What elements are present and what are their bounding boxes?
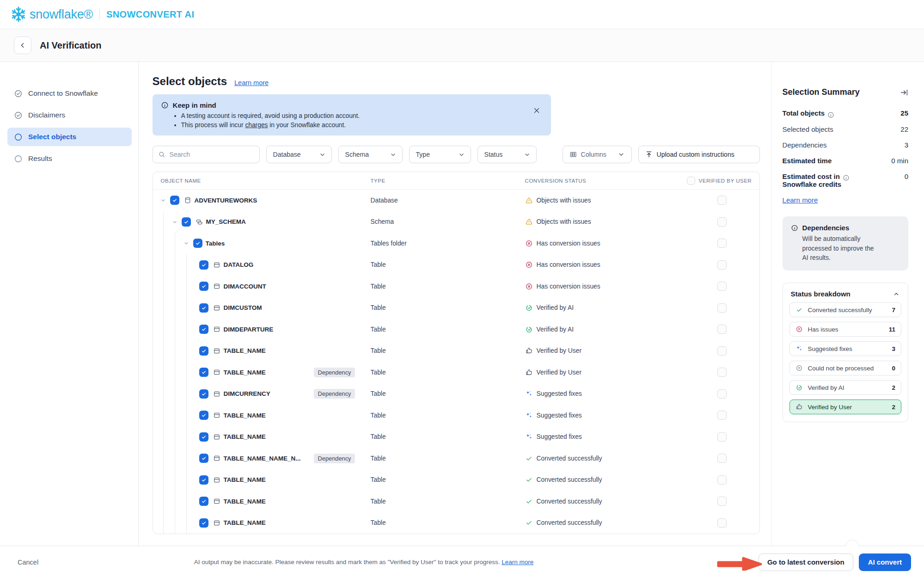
close-icon[interactable] bbox=[532, 106, 541, 115]
conversion-status: Objects with issues bbox=[523, 218, 685, 226]
verified-by-user-checkbox[interactable] bbox=[717, 389, 727, 399]
table-row[interactable]: ADVENTUREWORKS Database Objects with iss… bbox=[153, 190, 759, 211]
verified-by-user-checkbox[interactable] bbox=[717, 368, 727, 377]
row-checkbox[interactable] bbox=[199, 368, 208, 377]
collapse-panel-icon[interactable] bbox=[900, 88, 908, 97]
status-label: Suggested fixes bbox=[537, 390, 582, 397]
tree-expand-icon[interactable] bbox=[160, 197, 166, 203]
verified-by-user-checkbox[interactable] bbox=[717, 325, 727, 334]
verified-by-user-checkbox[interactable] bbox=[717, 475, 727, 485]
object-type-icon bbox=[213, 390, 220, 398]
tree-indent-guide bbox=[175, 491, 175, 512]
object-name: DIMCUSTOM bbox=[224, 304, 262, 311]
row-checkbox[interactable] bbox=[199, 389, 208, 399]
sidebar-item-disclaimers[interactable]: Disclaimers bbox=[7, 106, 132, 124]
verified-by-user-checkbox[interactable] bbox=[717, 518, 727, 528]
tree-expand-icon[interactable] bbox=[171, 219, 178, 225]
row-checkbox[interactable] bbox=[199, 497, 208, 506]
table-row[interactable]: DIMDEPARTURE Table Verified by AI bbox=[153, 319, 759, 340]
table-row[interactable]: TABLE_NAME Table Converted successfully bbox=[153, 491, 759, 512]
verified-by-user-checkbox[interactable] bbox=[717, 260, 727, 270]
status-breakdown-item-verified-ai[interactable]: Verified by AI 2 bbox=[789, 380, 901, 395]
filter-dropdown-status[interactable]: Status bbox=[477, 146, 537, 163]
learn-more-link[interactable]: Learn more bbox=[234, 79, 269, 86]
table-row[interactable]: MY_SCHEMA Schema Objects with issues bbox=[153, 211, 759, 233]
verified-by-user-checkbox[interactable] bbox=[717, 217, 727, 227]
verified-by-user-checkbox[interactable] bbox=[717, 411, 727, 420]
search-icon bbox=[158, 151, 165, 158]
disclaimer-learn-more-link[interactable]: Learn more bbox=[502, 559, 533, 566]
row-checkbox[interactable] bbox=[199, 260, 208, 270]
snowflake-wordmark: snowflake® bbox=[30, 7, 93, 22]
table-row[interactable]: DIMACCOUNT Table Has conversion issues bbox=[153, 276, 759, 297]
chevron-up-icon[interactable] bbox=[893, 290, 900, 298]
verified-by-user-checkbox[interactable] bbox=[717, 432, 727, 442]
table-row[interactable]: TABLE_NAME Table Suggested fixes bbox=[153, 426, 759, 448]
object-type-icon bbox=[213, 283, 220, 290]
verified-by-user-checkbox[interactable] bbox=[717, 196, 727, 205]
search-input[interactable] bbox=[153, 146, 260, 163]
status-breakdown-item-verified-user[interactable]: Verified by User 2 bbox=[789, 400, 901, 414]
status-breakdown-item-suggested[interactable]: Suggested fixes 3 bbox=[789, 341, 901, 356]
table-row[interactable]: DIMCUSTOM Table Verified by AI bbox=[153, 297, 759, 319]
table-row[interactable]: TABLE_NAME Table Suggested fixes bbox=[153, 405, 759, 426]
verified-header-checkbox[interactable] bbox=[687, 177, 695, 185]
row-checkbox[interactable] bbox=[199, 303, 208, 313]
status-breakdown-item-couldnot[interactable]: Could not be processed 0 bbox=[789, 361, 901, 375]
row-checkbox[interactable] bbox=[170, 196, 179, 205]
row-checkbox[interactable] bbox=[199, 282, 208, 291]
row-checkbox[interactable] bbox=[182, 217, 191, 227]
row-checkbox[interactable] bbox=[199, 518, 208, 528]
ai-convert-button[interactable]: AI convert bbox=[859, 553, 911, 571]
object-type: Table bbox=[368, 347, 523, 354]
table-row[interactable]: TABLE_NAME_NAME_N... Dependency Table Co… bbox=[153, 448, 759, 469]
row-checkbox[interactable] bbox=[199, 454, 208, 463]
filter-dropdown-database[interactable]: Database bbox=[266, 146, 332, 163]
row-checkbox[interactable] bbox=[199, 432, 208, 442]
row-checkbox[interactable] bbox=[199, 475, 208, 485]
row-checkbox[interactable] bbox=[193, 239, 202, 248]
filter-dropdown-type[interactable]: Type bbox=[409, 146, 471, 163]
tree-indent-guide bbox=[163, 276, 164, 297]
info-icon[interactable] bbox=[827, 111, 834, 118]
tree-indent-guide bbox=[186, 448, 187, 469]
verified-by-user-checkbox[interactable] bbox=[717, 346, 727, 356]
columns-button[interactable]: Columns bbox=[563, 146, 632, 163]
table-row[interactable]: DIMCURRENCY Dependency Table Suggested f… bbox=[153, 383, 759, 405]
table-row[interactable]: TABLE_NAME Dependency Table Verified by … bbox=[153, 362, 759, 383]
table-row[interactable]: TABLE_NAME Table Verified by User bbox=[153, 340, 759, 362]
verified-by-user-checkbox[interactable] bbox=[717, 497, 727, 506]
summary-learn-more-link[interactable]: Learn more bbox=[783, 196, 818, 204]
sidebar-item-results[interactable]: Results bbox=[7, 149, 132, 168]
status-breakdown-item-success[interactable]: Converted successfully 7 bbox=[789, 302, 901, 317]
verified-by-user-checkbox[interactable] bbox=[717, 454, 727, 463]
sidebar-item-select-objects[interactable]: Select objects bbox=[7, 128, 132, 146]
chevron-down-icon bbox=[524, 151, 531, 158]
verified-by-user-checkbox[interactable] bbox=[717, 303, 727, 313]
dependency-badge: Dependency bbox=[314, 389, 355, 399]
step-label: Connect to Snowflake bbox=[28, 89, 98, 98]
sidebar-item-connect-to-snowflake[interactable]: Connect to Snowflake bbox=[7, 84, 132, 103]
table-row[interactable]: TABLE_NAME Table Converted successfully bbox=[153, 512, 759, 534]
verified-by-user-checkbox[interactable] bbox=[717, 239, 727, 248]
row-checkbox[interactable] bbox=[199, 411, 208, 420]
tree-expand-icon[interactable] bbox=[183, 240, 190, 246]
table-row[interactable]: DATALOG Table Has conversion issues bbox=[153, 254, 759, 276]
table-row[interactable]: TABLE_NAME Table Converted successfully bbox=[153, 469, 759, 491]
floating-button-peek[interactable] bbox=[845, 540, 860, 547]
cancel-button[interactable]: Cancel bbox=[18, 559, 38, 566]
back-button[interactable] bbox=[14, 37, 31, 54]
row-checkbox[interactable] bbox=[199, 346, 208, 356]
status-breakdown-item-error[interactable]: Has issues 11 bbox=[789, 322, 901, 337]
charges-link[interactable]: charges bbox=[245, 122, 268, 129]
verified-by-user-checkbox[interactable] bbox=[717, 282, 727, 291]
tree-indent-guide bbox=[163, 297, 164, 319]
object-name: TABLE_NAME bbox=[224, 369, 266, 376]
filter-dropdown-schema[interactable]: Schema bbox=[338, 146, 403, 163]
upload-instructions-button[interactable]: Upload custom instructions bbox=[638, 146, 760, 163]
table-row[interactable]: Tables Tables folder Has conversion issu… bbox=[153, 233, 759, 254]
info-icon[interactable] bbox=[843, 174, 850, 181]
go-to-latest-conversion-button[interactable]: Go to latest conversion bbox=[759, 553, 853, 571]
row-checkbox[interactable] bbox=[199, 325, 208, 334]
object-type: Table bbox=[368, 261, 523, 268]
